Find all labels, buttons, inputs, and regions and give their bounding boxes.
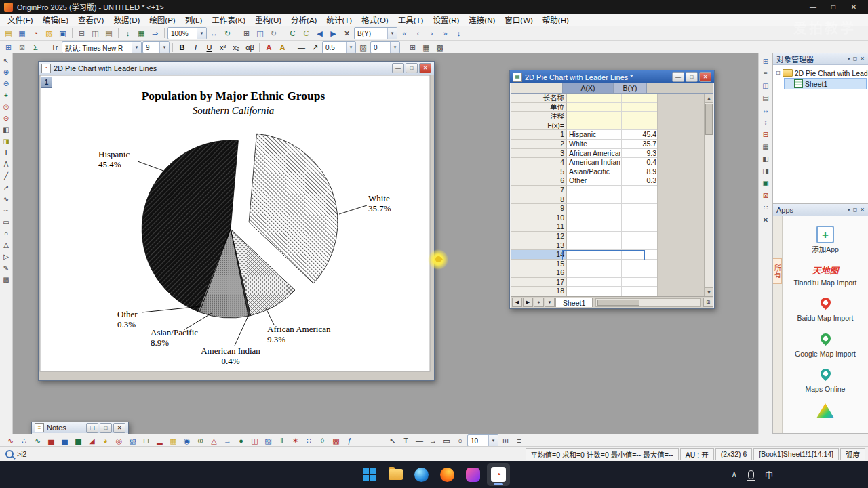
new-workbook-icon[interactable]: ▦ [16, 28, 28, 39]
add-app[interactable]: +添加App [791, 226, 859, 254]
go-last-icon[interactable]: » [439, 28, 452, 39]
polygon-tool-icon[interactable]: △ [1, 239, 12, 250]
cell-a[interactable] [567, 112, 622, 121]
density-plot-icon[interactable]: ▩ [330, 435, 342, 447]
mask-range-icon[interactable]: C [286, 28, 299, 39]
bar-plot-icon[interactable]: ▅ [58, 435, 71, 447]
corner-header[interactable] [511, 83, 563, 94]
next-sheet-icon[interactable]: ▶ [523, 298, 533, 307]
paste-icon[interactable]: ▤ [102, 28, 115, 39]
notes-close-button[interactable]: ✕ [113, 423, 125, 433]
row-label[interactable]: F(x)= [511, 121, 567, 131]
curve-tool-icon[interactable]: ∽ [1, 205, 12, 216]
cell-a[interactable] [567, 186, 622, 195]
notes-window[interactable]: ≡ Notes ❑ □ ✕ [31, 422, 129, 434]
move-down-icon[interactable]: ↓ [452, 28, 465, 39]
menu-item-9[interactable]: 统计(T) [321, 14, 357, 26]
circle-tool-icon[interactable]: ○ [1, 228, 12, 239]
cluster-plot-icon[interactable]: ∷ [302, 435, 315, 447]
layer-1-badge[interactable]: 1 [41, 77, 52, 88]
underline-button[interactable]: U [203, 42, 216, 54]
pie-chart-icon[interactable]: ◕ [99, 435, 112, 447]
edge-button[interactable] [410, 463, 433, 486]
cell-b[interactable] [622, 232, 659, 241]
tree-item-1[interactable]: Sheet1 [784, 78, 867, 89]
vscroll-thumb[interactable] [705, 104, 713, 135]
cell-a[interactable] [567, 287, 622, 296]
maximize-button[interactable]: □ [823, 0, 844, 14]
data-selector-icon[interactable]: ◧ [1, 124, 12, 135]
tray-chevron-icon[interactable]: ∧ [731, 470, 737, 479]
apps-tab-all[interactable]: 所有 [773, 258, 782, 284]
group-objects-icon[interactable]: ⊞ [499, 435, 512, 447]
draw-line-icon[interactable]: — [413, 435, 426, 447]
cell-a[interactable] [567, 121, 622, 131]
font-color-button[interactable]: A [262, 42, 275, 54]
firefox-button[interactable] [435, 463, 458, 486]
panel-pin-icon[interactable]: ◻ [853, 56, 858, 62]
resize-v-icon[interactable]: ↕ [760, 117, 771, 127]
cell-b[interactable]: 9.3 [622, 149, 659, 159]
font-face-icon[interactable]: Tr [48, 42, 61, 54]
dropdown-arrow-icon[interactable]: ▾ [346, 42, 355, 53]
row-number[interactable]: 3 [511, 149, 567, 159]
prev-sheet-icon[interactable]: ◀ [512, 298, 522, 307]
remove-layer-icon[interactable]: ⊟ [760, 129, 771, 140]
close-button[interactable]: ✕ [844, 0, 864, 14]
baidu-map-app[interactable]: Baidu Map Import [791, 296, 859, 323]
cell-b[interactable] [622, 204, 659, 214]
tree-expander-icon[interactable]: ⊟ [776, 70, 781, 76]
command-prompt-text[interactable]: >i2 [17, 450, 26, 458]
start-button[interactable] [358, 463, 381, 486]
line-tool-icon[interactable]: ╱ [1, 170, 12, 181]
mask-tool-icon[interactable]: ◨ [1, 136, 12, 146]
cell-b[interactable] [622, 241, 659, 251]
minimize-button[interactable]: — [803, 0, 823, 14]
lock-icon[interactable]: ⊠ [16, 42, 28, 54]
notes-restore-button[interactable]: ❑ [86, 423, 98, 433]
cell-b[interactable] [622, 195, 659, 205]
refresh-icon[interactable]: ↻ [221, 28, 234, 39]
ternary-plot-icon[interactable]: △ [208, 435, 220, 447]
cell-a[interactable] [567, 232, 622, 241]
cell-b[interactable] [622, 121, 659, 131]
draw-circle-icon[interactable]: ○ [454, 435, 467, 447]
menu-item-10[interactable]: 格式(O) [357, 14, 393, 26]
waterfall-plot-icon[interactable]: ▨ [262, 435, 275, 447]
go-first-icon[interactable]: « [398, 28, 411, 39]
cell-b[interactable] [622, 278, 659, 287]
subscript-button[interactable]: x₂ [230, 42, 243, 54]
worksheet-minimize-button[interactable]: — [672, 72, 684, 82]
cell-a[interactable] [567, 214, 622, 223]
text-object-icon[interactable]: T [399, 435, 412, 447]
row-number[interactable]: 7 [511, 186, 567, 195]
menu-item-5[interactable]: 列(L) [180, 14, 208, 26]
layer-manager-icon[interactable]: ⊞ [760, 56, 771, 66]
row-number[interactable]: 9 [511, 204, 567, 214]
explorer-button[interactable] [384, 463, 407, 486]
new-graph-icon[interactable]: ◔ [29, 28, 42, 39]
menu-item-1[interactable]: 编辑(E) [38, 14, 73, 26]
stacked-column-icon[interactable]: ▆ [72, 435, 85, 447]
cell-a[interactable]: American Indian [567, 158, 622, 167]
hscroll-thumb[interactable] [597, 300, 639, 306]
row-number[interactable]: 17 [511, 278, 567, 287]
cell-a[interactable] [567, 195, 622, 205]
google-map-app[interactable]: Google Map Import [791, 332, 859, 359]
cell-a[interactable] [567, 278, 622, 287]
snap-size-select[interactable]: 10▾ [467, 434, 498, 447]
delete-icon[interactable]: ⊠ [760, 190, 771, 201]
cell-a[interactable] [567, 268, 622, 278]
media-app-button[interactable] [461, 463, 484, 486]
rescale-icon[interactable]: ↔ [208, 28, 220, 39]
row-number[interactable]: 8 [511, 195, 567, 205]
greek-button[interactable]: αβ [243, 42, 256, 54]
line-width-select[interactable]: 0.5▾ [322, 41, 356, 54]
grid-icon[interactable]: ▦ [760, 141, 771, 152]
draw-arrow-icon[interactable]: → [427, 435, 439, 447]
align-icon[interactable]: ≡ [760, 68, 771, 79]
cell-a[interactable]: White [567, 140, 622, 149]
import-wizard-icon[interactable]: ⇒ [149, 28, 161, 39]
row-number[interactable]: 6 [511, 176, 567, 186]
row-number[interactable]: 2 [511, 140, 567, 149]
